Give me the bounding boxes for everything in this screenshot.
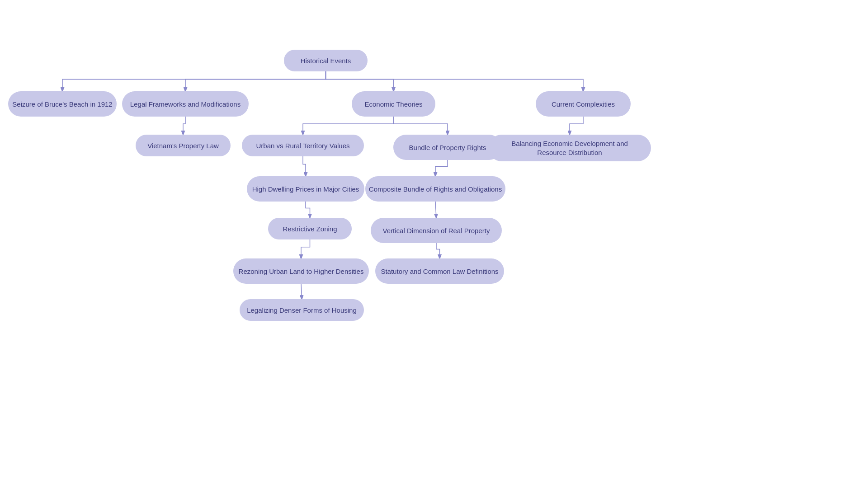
node-vietnam_property: Vietnam's Property Law [136, 135, 231, 156]
node-balancing: Balancing Economic Development and Resou… [488, 135, 651, 161]
node-seizure: Seizure of Bruce's Beach in 1912 [8, 91, 117, 117]
node-legal_frameworks: Legal Frameworks and Modifications [122, 91, 249, 117]
node-vertical_dimension: Vertical Dimension of Real Property [371, 218, 502, 243]
connections-svg [0, 0, 868, 488]
node-high_dwelling: High Dwelling Prices in Major Cities [247, 176, 364, 202]
node-restrictive_zoning: Restrictive Zoning [268, 218, 352, 239]
node-bundle_rights: Bundle of Property Rights [393, 135, 502, 160]
node-urban_rural: Urban vs Rural Territory Values [242, 135, 364, 156]
node-rezoning: Rezoning Urban Land to Higher Densities [233, 258, 369, 284]
node-economic_theories: Economic Theories [352, 91, 435, 117]
node-composite_bundle: Composite Bundle of Rights and Obligatio… [365, 176, 505, 202]
diagram-container: Historical EventsSeizure of Bruce's Beac… [0, 0, 868, 488]
node-legalizing: Legalizing Denser Forms of Housing [240, 299, 364, 321]
node-statutory: Statutory and Common Law Definitions [375, 258, 504, 284]
node-historical_events: Historical Events [284, 50, 368, 71]
node-current_complexities: Current Complexities [536, 91, 631, 117]
